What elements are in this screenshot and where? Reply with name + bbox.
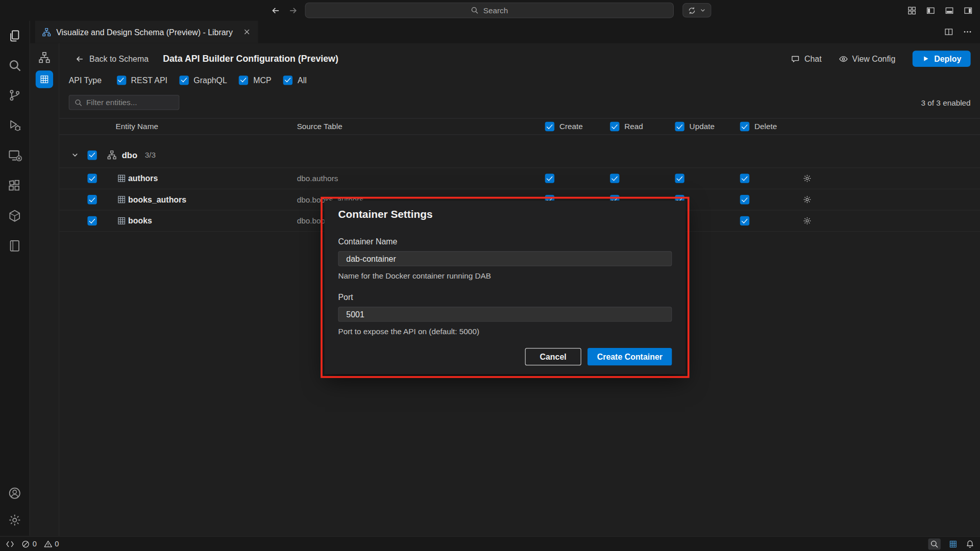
warning-count: 0 [55, 539, 59, 548]
schema-icon [107, 150, 117, 160]
play-icon [922, 55, 929, 63]
delete-checkbox[interactable] [740, 216, 749, 226]
search-sidebar-icon[interactable] [8, 59, 21, 72]
run-debug-icon[interactable] [8, 118, 22, 132]
customize-layout-icon[interactable] [907, 5, 917, 15]
col-create-label: Create [559, 122, 583, 131]
arrow-left-icon [75, 54, 84, 63]
filter-graphql[interactable]: GraphQL [179, 76, 227, 85]
entity-name: books_authors [128, 189, 186, 211]
explorer-icon[interactable] [8, 29, 22, 43]
entity-filter-input[interactable] [86, 98, 174, 107]
row-checkbox[interactable] [87, 173, 96, 183]
toggle-panel-icon[interactable] [944, 5, 954, 15]
row-checkbox[interactable] [87, 195, 96, 204]
all-label: All [298, 76, 307, 85]
close-icon[interactable] [242, 28, 251, 36]
dab-config-view-button[interactable] [36, 70, 53, 88]
page-title: Data API Builder Configuration (Preview) [163, 54, 338, 64]
schema-designer-icon [42, 27, 51, 36]
table-icon [117, 195, 126, 204]
error-count: 0 [33, 539, 37, 548]
filter-all[interactable]: All [283, 76, 307, 85]
settings-gear-icon[interactable] [8, 513, 22, 527]
toggle-secondary-sidebar-icon[interactable] [963, 5, 973, 15]
filter-mcp[interactable]: MCP [239, 76, 272, 85]
search-label: Search [483, 6, 508, 15]
collapse-chevron-icon[interactable] [70, 151, 79, 159]
view-config-label: View Config [852, 54, 896, 63]
status-bar: 0 0 [0, 536, 980, 551]
group-count: 3/3 [145, 151, 156, 159]
entity-settings-gear-icon[interactable] [802, 173, 812, 183]
enabled-count: 3 of 3 enabled [921, 98, 971, 107]
extensions-icon[interactable] [8, 179, 22, 193]
group-name: dbo [122, 150, 137, 159]
delete-all-checkbox[interactable] [740, 122, 749, 131]
table-row-authors: authors dbo.authors [59, 168, 980, 189]
accounts-icon[interactable] [8, 486, 22, 500]
tab-visualize-design-schema[interactable]: Visualize and Design Schema (Preview) - … [35, 20, 258, 43]
remote-indicator-icon[interactable] [6, 539, 14, 548]
create-all-checkbox[interactable] [545, 122, 554, 131]
create-container-button[interactable]: Create Container [587, 348, 672, 365]
port-help: Port to expose the API on (default: 5000… [338, 328, 672, 336]
zoom-indicator[interactable] [928, 538, 940, 549]
back-label: Back to Schema [89, 54, 149, 63]
all-checkbox[interactable] [283, 76, 292, 85]
database-projects-icon[interactable] [8, 209, 22, 223]
chat-button[interactable]: Chat [791, 54, 822, 63]
extension-status[interactable] [949, 539, 958, 548]
port-input[interactable] [338, 307, 672, 321]
container-name-label: Container Name [338, 237, 672, 246]
editor-actions [944, 20, 972, 43]
read-all-checkbox[interactable] [610, 122, 619, 131]
remote-explorer-icon[interactable] [7, 148, 22, 163]
zoom-magnifier-icon [930, 539, 939, 548]
delete-checkbox[interactable] [740, 195, 749, 204]
update-checkbox[interactable] [675, 173, 684, 183]
split-editor-icon[interactable] [944, 27, 954, 37]
container-name-input[interactable] [338, 251, 672, 266]
update-all-checkbox[interactable] [675, 122, 684, 131]
group-checkbox[interactable] [87, 150, 96, 159]
back-to-schema-link[interactable]: Back to Schema [75, 54, 149, 63]
notebooks-icon[interactable] [8, 239, 22, 253]
problems-warnings[interactable]: 0 [43, 539, 59, 548]
bell-icon [966, 539, 974, 548]
deploy-button[interactable]: Deploy [912, 51, 970, 67]
graphql-checkbox[interactable] [179, 76, 188, 85]
mcp-checkbox[interactable] [239, 76, 248, 85]
more-actions-icon[interactable] [963, 27, 973, 37]
create-checkbox[interactable] [545, 173, 554, 183]
notifications[interactable] [966, 539, 974, 548]
forward-arrow-icon[interactable] [288, 5, 298, 15]
col-delete-label: Delete [754, 122, 777, 131]
source-control-icon[interactable] [8, 88, 22, 103]
col-update-label: Update [690, 122, 715, 131]
read-checkbox[interactable] [610, 173, 619, 183]
filter-rest-api[interactable]: REST API [116, 76, 167, 85]
problems-errors[interactable]: 0 [21, 539, 37, 548]
editor-tab-bar: Visualize and Design Schema (Preview) - … [30, 20, 980, 43]
entity-name: books [128, 211, 152, 232]
back-arrow-icon[interactable] [271, 5, 281, 15]
view-config-button[interactable]: View Config [839, 54, 896, 63]
warning-icon [43, 539, 52, 548]
dab-extension-icon [949, 539, 958, 548]
entity-settings-gear-icon[interactable] [802, 216, 812, 226]
search-icon [471, 6, 479, 14]
activity-bar [0, 20, 30, 536]
chat-icon [791, 54, 800, 63]
command-center-search[interactable]: Search [305, 3, 674, 18]
layout-dropdown-button[interactable] [682, 3, 711, 17]
row-checkbox[interactable] [87, 216, 96, 226]
entity-settings-gear-icon[interactable] [802, 195, 812, 204]
cancel-button[interactable]: Cancel [525, 348, 581, 365]
chat-label: Chat [804, 54, 822, 63]
delete-checkbox[interactable] [740, 173, 749, 183]
schema-view-icon[interactable] [38, 51, 51, 63]
vscode-window: Search [0, 0, 980, 551]
rest-api-checkbox[interactable] [116, 76, 126, 85]
toggle-sidebar-icon[interactable] [925, 5, 936, 15]
